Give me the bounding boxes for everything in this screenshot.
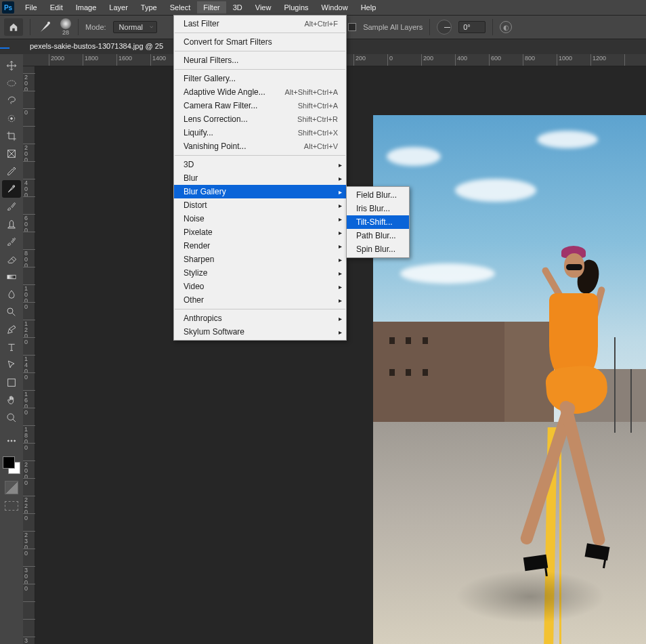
menu-image[interactable]: Image — [70, 1, 103, 14]
filter-menu-item[interactable]: Pixelate — [174, 226, 346, 239]
separator — [492, 19, 493, 35]
blur-gallery-item[interactable]: Path Blur... — [347, 229, 409, 242]
crop-tool[interactable] — [2, 127, 21, 145]
panel-tab[interactable] — [0, 39, 9, 49]
pen-tool[interactable] — [2, 321, 21, 339]
screen-mode-toggle[interactable] — [5, 501, 18, 511]
marquee-tool[interactable] — [2, 74, 21, 92]
menu-window[interactable]: Window — [316, 1, 354, 14]
filter-menu-item[interactable]: Blur — [174, 171, 346, 185]
vertical-ruler[interactable]: 2000200400600800100012001400160018002000… — [23, 66, 35, 644]
blur-gallery-item[interactable]: Tilt-Shift... — [347, 215, 409, 229]
svg-point-0 — [47, 22, 50, 24]
menu-select[interactable]: Select — [164, 1, 197, 14]
menu-layer[interactable]: Layer — [103, 1, 134, 14]
svg-rect-8 — [8, 379, 16, 387]
menu-type[interactable]: Type — [135, 1, 163, 14]
frame-tool[interactable] — [2, 145, 21, 163]
clone-stamp-tool[interactable] — [2, 215, 21, 233]
filter-menu-item[interactable]: Vanishing Point...Alt+Ctrl+V — [174, 139, 346, 153]
menu-view[interactable]: View — [249, 1, 278, 14]
filter-menu-item[interactable]: Adaptive Wide Angle...Alt+Shift+Ctrl+A — [174, 85, 346, 99]
angle-dial[interactable] — [437, 20, 452, 35]
brush-size: 28 — [62, 29, 69, 36]
filter-menu-item[interactable]: Stylize — [174, 266, 346, 280]
document-image — [373, 115, 646, 644]
menu-filter[interactable]: Filter — [197, 1, 225, 14]
blur-gallery-item[interactable]: Field Blur... — [347, 188, 409, 202]
quick-mask-toggle[interactable] — [5, 481, 18, 494]
mode-label: Mode: — [85, 23, 106, 31]
gradient-tool[interactable] — [2, 268, 21, 286]
zoom-tool[interactable] — [2, 409, 21, 427]
pressure-icon[interactable]: ◐ — [500, 21, 512, 33]
menu-3d[interactable]: 3D — [227, 1, 249, 14]
mode-select[interactable]: Normal — [113, 21, 157, 33]
lasso-tool[interactable] — [2, 92, 21, 110]
brush-preset[interactable]: 28 — [60, 18, 71, 36]
filter-menu-item[interactable]: Filter Gallery... — [174, 72, 346, 85]
sample-all-checkbox[interactable] — [348, 23, 356, 31]
filter-menu-item[interactable]: Render — [174, 239, 346, 253]
separator — [78, 19, 79, 35]
svg-point-9 — [7, 414, 14, 420]
dodge-tool[interactable] — [2, 303, 21, 321]
healing-brush-tool[interactable] — [2, 180, 21, 198]
filter-menu-item[interactable]: Skylum Software — [174, 325, 346, 339]
svg-point-10 — [7, 440, 9, 442]
sample-all-label: Sample All Layers — [363, 23, 423, 31]
menu-file[interactable]: File — [19, 1, 43, 14]
filter-menu-item[interactable]: Camera Raw Filter...Shift+Ctrl+A — [174, 99, 346, 112]
filter-menu-dropdown: Last FilterAlt+Ctrl+FConvert for Smart F… — [173, 15, 347, 341]
separator — [30, 19, 30, 35]
blur-gallery-item[interactable]: Spin Blur... — [347, 242, 409, 256]
filter-menu-item[interactable]: Liquify...Shift+Ctrl+X — [174, 126, 346, 139]
angle-input[interactable]: 0° — [458, 21, 486, 33]
filter-menu-item[interactable]: Last FilterAlt+Ctrl+F — [174, 17, 346, 30]
svg-point-5 — [13, 186, 15, 188]
history-brush-tool[interactable] — [2, 233, 21, 251]
svg-point-11 — [11, 440, 12, 442]
menu-help[interactable]: Help — [355, 1, 383, 14]
filter-menu-item[interactable]: Convert for Smart Filters — [174, 35, 346, 49]
filter-menu-item[interactable]: Video — [174, 280, 346, 293]
filter-menu-item[interactable]: Noise — [174, 212, 346, 226]
svg-point-12 — [14, 440, 16, 442]
blur-gallery-item[interactable]: Iris Blur... — [347, 202, 409, 215]
menu-edit[interactable]: Edit — [44, 1, 69, 14]
filter-menu-item[interactable]: Distort — [174, 198, 346, 212]
filter-menu-item[interactable]: Lens Correction...Shift+Ctrl+R — [174, 112, 346, 126]
hand-tool[interactable] — [2, 391, 21, 409]
document-tab[interactable]: pexels-sakie-bustos-13071384.jpg @ 25 — [23, 39, 170, 54]
eyedropper-tool[interactable] — [2, 163, 21, 180]
shape-tool[interactable] — [2, 374, 21, 391]
svg-point-1 — [7, 81, 16, 86]
menu-plugins[interactable]: Plugins — [278, 1, 314, 14]
blur-tool[interactable] — [2, 286, 21, 303]
type-tool[interactable] — [2, 339, 21, 356]
brush-tool[interactable] — [2, 198, 21, 215]
svg-point-3 — [11, 118, 13, 120]
svg-rect-6 — [7, 275, 16, 278]
filter-menu-item[interactable]: Other — [174, 293, 346, 307]
color-swatches[interactable] — [3, 456, 20, 474]
edit-toolbar[interactable] — [2, 432, 21, 450]
blur-gallery-submenu: Field Blur...Iris Blur...Tilt-Shift...Pa… — [346, 186, 410, 258]
filter-menu-item[interactable]: Sharpen — [174, 253, 346, 266]
path-select-tool[interactable] — [2, 356, 21, 374]
tools-panel — [0, 54, 23, 644]
healing-brush-icon[interactable] — [37, 19, 53, 35]
eraser-tool[interactable] — [2, 251, 21, 268]
move-tool[interactable] — [2, 57, 21, 74]
home-button[interactable] — [4, 18, 23, 36]
filter-menu-item[interactable]: Anthropics — [174, 312, 346, 325]
app-logo[interactable]: Ps — [2, 1, 14, 14]
filter-menu-item[interactable]: Neural Filters... — [174, 53, 346, 67]
separator — [429, 19, 430, 35]
svg-point-7 — [7, 308, 13, 314]
quick-select-tool[interactable] — [2, 110, 21, 127]
filter-menu-item[interactable]: 3D — [174, 158, 346, 171]
menu-bar: Ps File Edit Image Layer Type Select Fil… — [0, 0, 646, 15]
filter-menu-item[interactable]: Blur Gallery — [174, 185, 346, 198]
